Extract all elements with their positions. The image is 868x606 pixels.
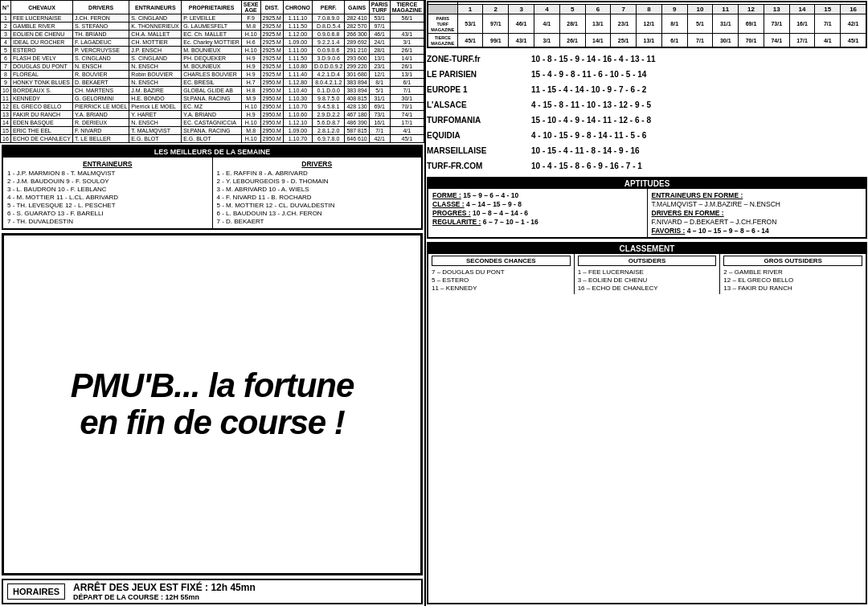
prono-name: TURFOMANIA bbox=[427, 116, 531, 125]
col-paris: PARIS TURF bbox=[369, 1, 390, 14]
prono-name: ZONE-TURF.fr bbox=[427, 55, 531, 63]
drivers-forme-label: DRIVERS EN FORME : bbox=[652, 209, 724, 217]
list-item: 2 - J.M. BAUDOUIN 9 - F. SOULOY bbox=[7, 178, 208, 185]
col-sex: SEXE AGE bbox=[241, 1, 260, 14]
aptitudes-section: APTITUDES FORME : 15 – 9 – 6 – 4 - 10 CL… bbox=[427, 177, 867, 239]
col-gains: GAINS bbox=[345, 1, 369, 14]
aptitudes-left: FORME : 15 – 9 – 6 – 4 - 10 CLASSE : 4 –… bbox=[428, 189, 648, 237]
list-item: 11 – KENNEDY bbox=[432, 285, 571, 292]
list-item: 6 - S. GUARATO 13 - F. BARELLI bbox=[7, 210, 208, 217]
table-row: 8FLOREALR. BOUVIERRobin BOUVIERCHARLES B… bbox=[1, 71, 424, 79]
table-row: 1FEE LUCERNAISEJ.CH. FERONS. CINGLANDP. … bbox=[1, 14, 424, 23]
table-row: 13FAKIR DU RANCHY.A. BRIANDY. HARETY.A. … bbox=[1, 111, 424, 119]
entraineurs-forme-label: ENTRAINEURS EN FORME : bbox=[652, 191, 743, 199]
prono-name: LE PARISIEN bbox=[427, 70, 531, 79]
list-item: 1 - J.P. MARMION 8 - T. MALMQVIST bbox=[7, 170, 208, 177]
outsiders-title: OUTSIDERS bbox=[578, 256, 717, 266]
col-num: N° bbox=[1, 1, 11, 14]
list-item: 5 - TH. LEVESQUE 12 - L. PESCHET bbox=[7, 202, 208, 209]
pmu-text: PMU'B... la fortune en fin de course ! bbox=[71, 367, 354, 441]
prono-row: L'ALSACE4 - 15 - 8 - 11 - 10 - 13 - 12 -… bbox=[427, 97, 867, 112]
tierce-section: 12345678910111213141516PARISTURFMAGAZINE… bbox=[427, 1, 867, 48]
col-owner: PROPRIETAIRES bbox=[182, 1, 242, 14]
meilleurs-entraineurs: ENTRAINEURS 1 - J.P. MARMION 8 - T. MALM… bbox=[3, 158, 212, 228]
list-item: 1 – FEE LUCERNAISE bbox=[578, 268, 717, 276]
secondes-title: SECONDES CHANCES bbox=[432, 256, 571, 266]
meilleurs-section: LES MEILLEURS DE LA SEMAINE ENTRAINEURS … bbox=[2, 145, 423, 230]
regularite-label: REGULARITE : bbox=[432, 218, 481, 226]
list-item: 2 - Y. LEBOURGEOIS 9 - D. THOMAIN bbox=[217, 178, 418, 185]
aptitudes-title: APTITUDES bbox=[428, 178, 866, 189]
horaires-bar: HORAIRES ARRÊT DES JEUX EST FIXÉ : 12h 4… bbox=[2, 579, 423, 604]
left-panel: N° CHEVAUX DRIVERS ENTRAINEURS PROPRIETA… bbox=[0, 0, 426, 606]
prono-row: TURFOMANIA15 - 10 - 4 - 9 - 14 - 11 - 12… bbox=[427, 113, 867, 127]
pronostics-section: ZONE-TURF.fr10 - 8 - 15 - 9 - 14 - 16 - … bbox=[427, 51, 867, 174]
list-item: 2 – GAMBLE RIVER bbox=[723, 268, 862, 276]
col-driver: DRIVERS bbox=[72, 1, 129, 14]
meilleurs-drivers: DRIVERS 1 - E. RAFFIN 8 - A. ABRIVARD2 -… bbox=[213, 158, 422, 228]
table-row: 5ESTEROP. VERCRUYSSEJ.P. ENSCHM. BOUNIEU… bbox=[1, 47, 424, 55]
prono-row: LE PARISIEN15 - 4 - 9 - 8 - 11 - 6 - 10 … bbox=[427, 67, 867, 81]
entraineurs-forme-value: T.MALMQVIST – J.M.BAZIRE – N.ENSCH bbox=[652, 200, 862, 208]
gros-title: GROS OUTSIDERS bbox=[723, 256, 862, 266]
forme-value: 15 – 9 – 6 – 4 - 10 bbox=[463, 191, 518, 199]
right-panel: 12345678910111213141516PARISTURFMAGAZINE… bbox=[426, 0, 868, 606]
list-item: 4 - M. MOTTIER 11 - L.CL. ABRIVARD bbox=[7, 194, 208, 201]
col-trainer: ENTRAINEURS bbox=[129, 1, 182, 14]
col-tierce: TIERCE MAGAZINE bbox=[390, 1, 424, 14]
col-horse: CHEVAUX bbox=[11, 1, 73, 14]
table-row: 6FLASH DE VELYS. CINGLANDS. CINGLANDPH. … bbox=[1, 55, 424, 63]
regularite-value: 6 – 7 – 10 – 1 - 16 bbox=[483, 218, 538, 226]
progres-value: 10 – 8 – 4 – 14 - 6 bbox=[473, 209, 528, 217]
list-item: 7 - TH. DUVALDESTIN bbox=[7, 218, 208, 225]
table-row: 11KENNEDYG. GELORMINIH.E. BONDOSt.PANA. … bbox=[1, 95, 424, 103]
list-item: 16 – ECHO DE CHANLECY bbox=[578, 285, 717, 292]
table-row: 14EDEN BASQUER. DERIEUXN. ENSCHEC. CASTA… bbox=[1, 119, 424, 127]
table-row: 3EOLIEN DE CHENUTH. BRIANDCH.A. MALLETEC… bbox=[1, 31, 424, 39]
prono-row: MARSEILLAISE10 - 15 - 4 - 11 - 8 - 14 - … bbox=[427, 143, 867, 158]
tierce-empty-cell bbox=[428, 5, 458, 14]
prono-name: TURF-FR.COM bbox=[427, 162, 531, 170]
horaires-label: HORAIRES bbox=[7, 583, 65, 600]
prono-name: EQUIDIA bbox=[427, 131, 531, 140]
table-row: 4IDEAL DU ROCHERF. LAGADEUCCH. MOTTIEREc… bbox=[1, 39, 424, 47]
list-item: 13 – FAKIR DU RANCH bbox=[723, 285, 862, 292]
classement-title: CLASSEMENT bbox=[428, 244, 866, 254]
list-item: 6 - L. BAUDOUIN 13 - J.CH. FERON bbox=[217, 210, 418, 217]
prono-numbers: 15 - 4 - 9 - 8 - 11 - 6 - 10 - 5 - 14 bbox=[531, 70, 646, 79]
table-row: 10BORDEAUX S.CH. MARTENSJ.M. BAZIREGLOBA… bbox=[1, 87, 424, 95]
outsiders-col: OUTSIDERS 1 – FEE LUCERNAISE3 – EOLIEN D… bbox=[575, 254, 721, 294]
list-item: 1 - E. RAFFIN 8 - A. ABRIVARD bbox=[217, 170, 418, 177]
list-item: 3 - M. ABRIVARD 10 - A. WIELS bbox=[217, 186, 418, 193]
list-item: 5 – ESTERO bbox=[432, 276, 571, 284]
list-item: 12 – EL GRECO BELLO bbox=[723, 276, 862, 284]
table-row: 9HONKY TONK BLUESD. BEKAERTN. ENSCHEC. B… bbox=[1, 79, 424, 87]
meilleurs-title: LES MEILLEURS DE LA SEMAINE bbox=[3, 146, 421, 158]
prono-numbers: 10 - 15 - 4 - 11 - 8 - 14 - 9 - 16 bbox=[531, 146, 640, 155]
prono-row: TURF-FR.COM10 - 4 - 15 - 8 - 6 - 9 - 16 … bbox=[427, 158, 867, 173]
prono-numbers: 11 - 15 - 4 - 14 - 10 - 9 - 7 - 6 - 2 bbox=[531, 85, 646, 94]
gros-col: GROS OUTSIDERS 2 – GAMBLE RIVER12 – EL G… bbox=[720, 254, 866, 294]
list-item: 4 - F. NIVARD 11 - B. ROCHARD bbox=[217, 194, 418, 201]
prono-numbers: 10 - 4 - 15 - 8 - 6 - 9 - 16 - 7 - 1 bbox=[531, 162, 642, 170]
horaires-text: ARRÊT DES JEUX EST FIXÉ : 12h 45mn DÉPAR… bbox=[73, 582, 256, 601]
pmu-ad: PMU'B... la fortune en fin de course ! bbox=[2, 233, 423, 575]
classe-label: CLASSE : bbox=[432, 200, 465, 208]
prono-row: ZONE-TURF.fr10 - 8 - 15 - 9 - 14 - 16 - … bbox=[427, 51, 867, 66]
prono-row: EUROPE 111 - 15 - 4 - 14 - 10 - 9 - 7 - … bbox=[427, 82, 867, 96]
prono-row: EQUIDIA4 - 10 - 15 - 9 - 8 - 14 - 11 - 5… bbox=[427, 128, 867, 142]
prono-name: EUROPE 1 bbox=[427, 85, 531, 94]
list-item: 3 - L. BAUDRON 10 - F. LEBLANC bbox=[7, 186, 208, 193]
list-item: 7 - D. BEKAERT bbox=[217, 218, 418, 225]
prono-numbers: 15 - 10 - 4 - 9 - 14 - 11 - 12 - 6 - 8 bbox=[531, 116, 651, 125]
prono-numbers: 4 - 15 - 8 - 11 - 10 - 13 - 12 - 9 - 5 bbox=[531, 100, 651, 109]
tierce-table: 12345678910111213141516PARISTURFMAGAZINE… bbox=[428, 2, 866, 47]
col-dist: DIST. bbox=[260, 1, 283, 14]
table-row: 2GAMBLE RIVERS. STEFANOK. THONNERIEUXG. … bbox=[1, 23, 424, 31]
paris-turf-label: PARISTURFMAGAZINE bbox=[428, 14, 458, 34]
drivers-forme-value: F.NIVARD – D.BEKAERT – J.CH.FERON bbox=[652, 218, 862, 226]
race-table: N° CHEVAUX DRIVERS ENTRAINEURS PROPRIETA… bbox=[0, 0, 424, 143]
table-row: 12EL GRECO BELLOPIERRICK LE MOELPierrick… bbox=[1, 103, 424, 111]
classement-section: CLASSEMENT SECONDES CHANCES 7 – DOUGLAS … bbox=[427, 242, 867, 604]
col-perf: PERF. bbox=[313, 1, 345, 14]
